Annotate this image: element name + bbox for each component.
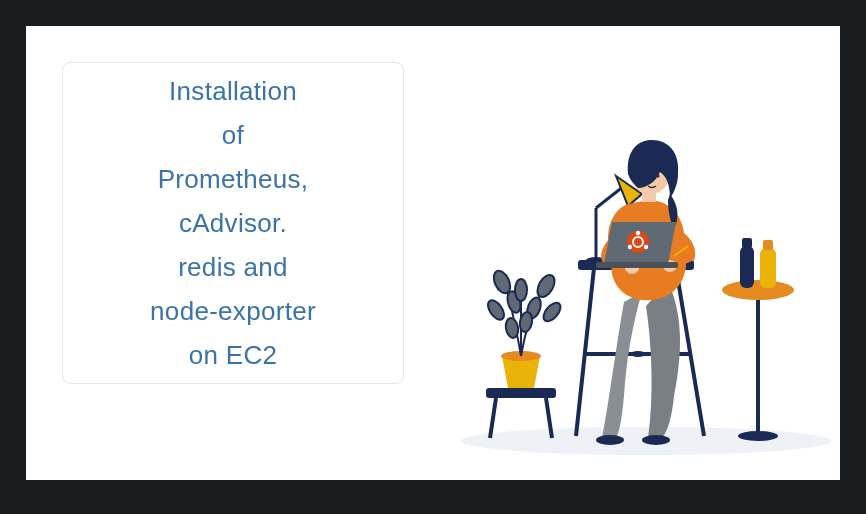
svg-point-41 xyxy=(628,245,632,249)
svg-point-40 xyxy=(636,231,640,235)
svg-point-29 xyxy=(596,435,624,445)
svg-point-24 xyxy=(540,300,563,325)
svg-point-34 xyxy=(642,174,645,177)
svg-rect-8 xyxy=(740,246,754,288)
title-line: Installation xyxy=(169,71,297,111)
svg-point-22 xyxy=(534,272,558,300)
title-line: Prometheus, xyxy=(158,159,309,199)
svg-point-27 xyxy=(504,317,519,339)
title-line: node-exporter xyxy=(150,291,316,331)
svg-rect-9 xyxy=(742,238,752,248)
svg-point-35 xyxy=(656,174,659,177)
svg-rect-11 xyxy=(763,240,773,250)
svg-point-43 xyxy=(630,351,646,357)
svg-rect-15 xyxy=(486,388,556,398)
title-card: Installation of Prometheus, cAdvisor. re… xyxy=(62,62,404,384)
title-line: redis and xyxy=(178,247,288,287)
title-line: on EC2 xyxy=(189,335,278,375)
svg-rect-37 xyxy=(596,262,678,268)
svg-point-6 xyxy=(722,280,794,300)
svg-line-13 xyxy=(596,186,624,208)
hero-illustration xyxy=(456,96,836,456)
svg-point-25 xyxy=(515,279,527,301)
svg-point-21 xyxy=(485,298,507,323)
svg-point-28 xyxy=(642,435,670,445)
title-line: cAdvisor. xyxy=(179,203,287,243)
svg-point-42 xyxy=(644,245,648,249)
svg-rect-10 xyxy=(760,248,776,288)
svg-point-7 xyxy=(738,431,778,441)
svg-line-16 xyxy=(490,398,496,438)
title-line: of xyxy=(222,115,244,155)
slide-frame: Installation of Prometheus, cAdvisor. re… xyxy=(26,26,840,480)
